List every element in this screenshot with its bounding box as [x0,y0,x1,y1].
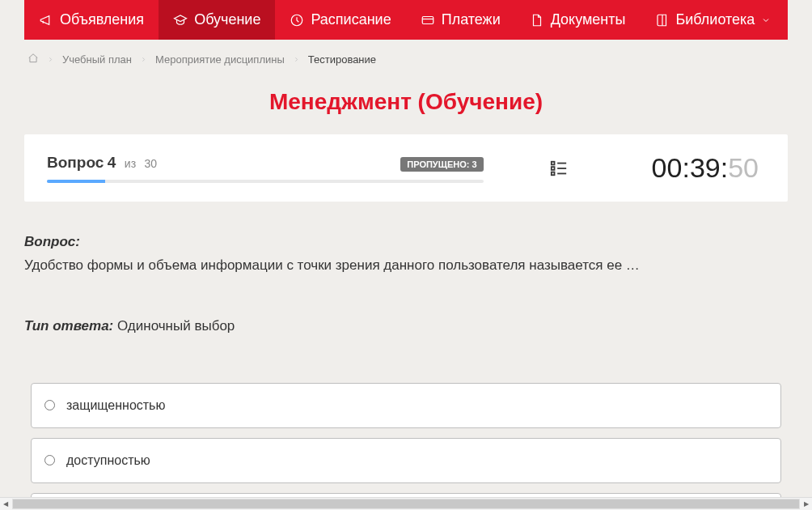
nav-item-learning[interactable]: Обучение [159,0,275,40]
answer-text: доступностью [66,453,150,468]
answer-option[interactable]: защищенностью [31,383,781,428]
nav-item-documents[interactable]: Документы [515,0,641,40]
timer-seconds: 39 [690,152,721,183]
chevron-down-icon [761,15,771,25]
breadcrumb-link[interactable]: Учебный план [62,53,132,66]
book-icon [655,13,670,28]
svg-rect-2 [551,161,554,164]
question-text: Удобство формы и объема информации с точ… [24,255,788,276]
question-status-card: Вопрос 4 из 30 ПРОПУЩЕНО: 3 00:39:50 [24,134,788,202]
progress-fill [47,180,105,183]
question-total: 30 [145,157,158,170]
nav-label: Библиотека [676,11,755,28]
chevron-right-icon [140,53,147,66]
timer-ms: 50 [728,152,759,183]
scroll-track[interactable] [12,499,800,509]
graduation-cap-icon [173,13,188,28]
clock-icon [290,13,304,28]
main-nav: Объявления Обучение Расписание Платежи Д… [24,0,788,40]
question-number: 4 [108,154,116,171]
nav-label: Расписание [311,11,391,28]
question-content: Вопрос: Удобство формы и объема информац… [24,234,788,497]
question-of-word: из [125,157,136,170]
question-list-icon[interactable] [548,159,571,177]
svg-rect-4 [551,172,554,175]
megaphone-icon [39,13,53,28]
progress-bar [47,180,484,183]
answer-option[interactable]: доступностью [31,438,781,483]
nav-item-announcements[interactable]: Объявления [24,0,159,40]
chevron-right-icon [293,53,300,66]
scroll-thumb[interactable] [13,499,799,508]
nav-label: Платежи [442,11,501,28]
breadcrumb: Учебный план Мероприятие дисциплины Тест… [27,53,785,66]
answer-type-label: Тип ответа: [24,318,113,334]
nav-item-library[interactable]: Библиотека [641,0,786,40]
answer-type-value: Одиночный выбор [117,318,235,334]
card-icon [421,13,435,28]
question-word: Вопрос [47,154,104,171]
file-icon [530,13,544,28]
timer-minutes: 00 [652,152,683,183]
nav-item-schedule[interactable]: Расписание [275,0,405,40]
horizontal-scrollbar[interactable]: ◀ ▶ [0,497,812,510]
breadcrumb-current: Тестирование [308,53,376,66]
chevron-right-icon [47,53,54,66]
answer-text: защищенностью [66,398,165,413]
scroll-right-arrow[interactable]: ▶ [801,500,812,508]
skipped-badge: ПРОПУЩЕНО: 3 [400,157,483,172]
nav-label: Документы [551,11,626,28]
main-viewport[interactable]: Объявления Обучение Расписание Платежи Д… [0,0,812,497]
answers-list: защищенностью доступностью релевантность… [31,383,781,498]
page-title: Менеджмент (Обучение) [0,89,812,115]
nav-label: Обучение [194,11,260,28]
scroll-left-arrow[interactable]: ◀ [0,500,11,508]
breadcrumb-link[interactable]: Мероприятие дисциплины [155,53,285,66]
home-icon[interactable] [27,53,39,66]
question-label: Вопрос: [24,234,788,250]
svg-rect-1 [422,16,433,23]
nav-label: Объявления [60,11,144,28]
nav-item-payments[interactable]: Платежи [406,0,515,40]
timer: 00:39:50 [652,152,759,184]
answer-radio[interactable] [44,400,55,410]
svg-rect-3 [551,167,554,170]
answer-radio[interactable] [44,455,55,465]
